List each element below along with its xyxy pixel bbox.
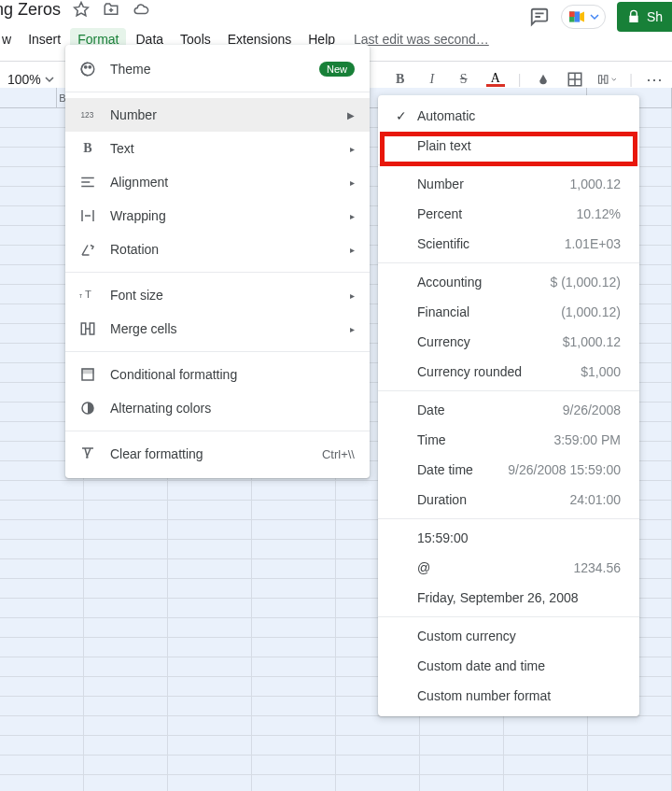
grid-cell[interactable] <box>168 716 252 735</box>
fmt-custom-datetime[interactable]: Custom date and time <box>378 651 639 681</box>
grid-cell[interactable] <box>0 677 84 696</box>
italic-button[interactable]: I <box>423 70 441 89</box>
grid-cell[interactable] <box>168 520 252 539</box>
col-header[interactable] <box>0 88 57 108</box>
menu-number[interactable]: 123 Number ▶ <box>65 98 370 132</box>
grid-cell[interactable] <box>336 716 420 735</box>
grid-cell[interactable] <box>252 775 336 791</box>
grid-cell[interactable] <box>84 618 168 637</box>
grid-cell[interactable] <box>84 657 168 676</box>
fmt-duration[interactable]: Duration24:01:00 <box>378 485 639 515</box>
grid-cell[interactable] <box>588 756 672 774</box>
grid-cell[interactable] <box>168 657 252 676</box>
fmt-date[interactable]: Date9/26/2008 <box>378 395 639 425</box>
grid-cell[interactable] <box>252 540 336 558</box>
grid-cell[interactable] <box>0 618 84 637</box>
grid-cell[interactable] <box>168 540 252 558</box>
fill-color-button[interactable] <box>534 70 553 89</box>
grid-cell[interactable] <box>588 736 672 755</box>
grid-cell[interactable] <box>252 579 336 598</box>
grid-cell[interactable] <box>168 638 252 657</box>
document-title[interactable]: ding Zeros <box>0 0 61 20</box>
grid-cell[interactable] <box>84 501 168 519</box>
grid-cell[interactable] <box>504 775 588 791</box>
grid-cell[interactable] <box>84 540 168 558</box>
menu-clear[interactable]: Clear formatting Ctrl+\\ <box>65 437 370 471</box>
grid-cell[interactable] <box>0 716 84 735</box>
grid-cell[interactable] <box>504 736 588 755</box>
fmt-plaintext[interactable]: Plain text <box>378 131 639 161</box>
grid-cell[interactable] <box>0 579 84 598</box>
fmt-currency-rounded[interactable]: Currency rounded$1,000 <box>378 357 639 387</box>
bold-button[interactable]: B <box>391 70 410 89</box>
menu-conditional[interactable]: Conditional formatting <box>65 358 370 391</box>
grid-cell[interactable] <box>84 638 168 657</box>
grid-cell[interactable] <box>84 481 168 500</box>
grid-cell[interactable] <box>168 599 252 617</box>
menu-fontsize[interactable]: тT Font size ▸ <box>65 278 370 312</box>
fmt-accounting[interactable]: Accounting$ (1,000.12) <box>378 267 639 297</box>
menu-altcolors[interactable]: Alternating colors <box>65 391 370 425</box>
grid-cell[interactable] <box>0 657 84 676</box>
grid-cell[interactable] <box>168 579 252 598</box>
edit-status[interactable]: Last edit was second… <box>354 32 489 47</box>
grid-cell[interactable] <box>0 501 84 519</box>
grid-cell[interactable] <box>0 697 84 715</box>
grid-cell[interactable] <box>84 520 168 539</box>
grid-cell[interactable] <box>252 716 336 735</box>
grid-cell[interactable] <box>252 756 336 774</box>
fmt-percent[interactable]: Percent10.12% <box>378 199 639 229</box>
grid-cell[interactable] <box>84 677 168 696</box>
grid-cell[interactable] <box>252 599 336 617</box>
grid-cell[interactable] <box>168 775 252 791</box>
grid-cell[interactable] <box>336 756 420 774</box>
grid-cell[interactable] <box>84 599 168 617</box>
fmt-custom-currency[interactable]: Custom currency <box>378 621 639 651</box>
grid-cell[interactable] <box>252 618 336 637</box>
grid-cell[interactable] <box>336 736 420 755</box>
grid-cell[interactable] <box>84 736 168 755</box>
move-folder-icon[interactable] <box>102 0 120 19</box>
grid-cell[interactable] <box>252 677 336 696</box>
more-button[interactable]: ⋯ <box>646 70 665 89</box>
grid-cell[interactable] <box>252 501 336 519</box>
grid-row[interactable] <box>0 736 672 756</box>
grid-cell[interactable] <box>0 638 84 657</box>
grid-cell[interactable] <box>84 579 168 598</box>
grid-cell[interactable] <box>252 520 336 539</box>
fmt-example-3[interactable]: Friday, September 26, 2008 <box>378 583 639 613</box>
fmt-automatic[interactable]: ✓ Automatic <box>378 101 639 131</box>
grid-cell[interactable] <box>84 716 168 735</box>
grid-cell[interactable] <box>588 716 672 735</box>
grid-cell[interactable] <box>0 599 84 617</box>
grid-cell[interactable] <box>252 697 336 715</box>
merge-button[interactable] <box>597 70 616 89</box>
fmt-time[interactable]: Time3:59:00 PM <box>378 425 639 455</box>
grid-cell[interactable] <box>504 756 588 774</box>
grid-cell[interactable] <box>420 756 504 774</box>
grid-cell[interactable] <box>336 775 420 791</box>
grid-cell[interactable] <box>0 540 84 558</box>
grid-cell[interactable] <box>0 756 84 774</box>
grid-cell[interactable] <box>168 618 252 637</box>
cloud-status-icon[interactable] <box>132 0 150 19</box>
grid-cell[interactable] <box>0 736 84 755</box>
grid-cell[interactable] <box>84 559 168 578</box>
grid-cell[interactable] <box>588 775 672 791</box>
menu-insert[interactable]: Insert <box>21 28 68 50</box>
grid-cell[interactable] <box>420 736 504 755</box>
grid-row[interactable] <box>0 775 672 791</box>
grid-cell[interactable] <box>420 716 504 735</box>
borders-button[interactable] <box>566 70 584 89</box>
grid-row[interactable] <box>0 716 672 736</box>
fmt-number[interactable]: Number1,000.12 <box>378 169 639 199</box>
menu-rotation[interactable]: Rotation ▸ <box>65 233 370 266</box>
grid-cell[interactable] <box>0 775 84 791</box>
fmt-example-2[interactable]: @1234.56 <box>378 553 639 583</box>
menu-alignment[interactable]: Alignment ▸ <box>65 165 370 199</box>
fmt-custom-number[interactable]: Custom number format <box>378 681 639 711</box>
strike-button[interactable]: S <box>455 70 473 89</box>
grid-cell[interactable] <box>252 736 336 755</box>
star-icon[interactable] <box>72 0 91 19</box>
fmt-example-1[interactable]: 15:59:00 <box>378 523 639 553</box>
